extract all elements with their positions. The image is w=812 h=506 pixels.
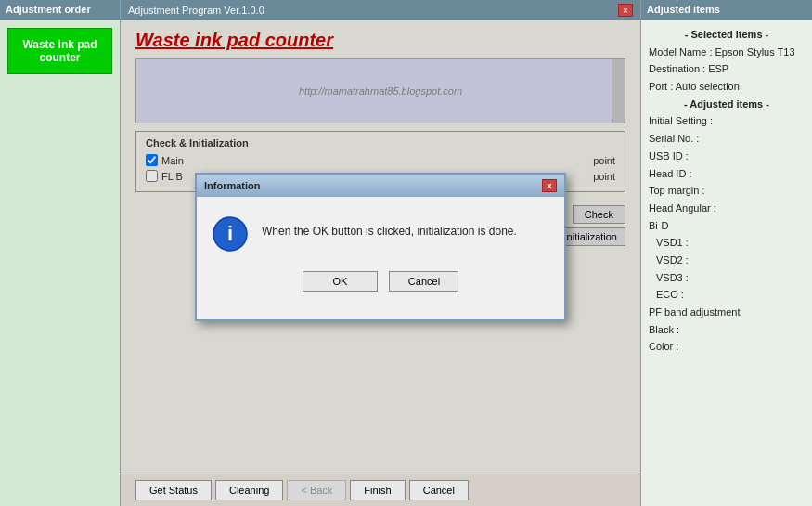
eco: ECO : xyxy=(649,286,805,304)
modal-info-icon: i xyxy=(212,215,249,253)
svg-text:i: i xyxy=(227,222,233,245)
selected-items-title: - Selected items - xyxy=(649,26,805,44)
serial-no: Serial No. : xyxy=(649,130,805,148)
right-panel-header: Adjusted items xyxy=(641,0,812,20)
adjusted-items-title: - Adjusted items - xyxy=(649,96,805,113)
head-id: Head ID : xyxy=(649,165,805,183)
top-margin: Top margin : xyxy=(649,182,805,200)
vsd2: VSD2 : xyxy=(649,252,805,269)
port: Port : Auto selection xyxy=(649,78,805,96)
bottom-bar: Get Status Cleaning < Back Finish Cancel xyxy=(121,474,640,506)
information-dialog: Information × i When the OK button is cl… xyxy=(195,173,566,321)
main-area: Adjustment Program Ver.1.0.0 × Waste ink… xyxy=(121,0,640,506)
modal-close-button[interactable]: × xyxy=(542,179,557,192)
sidebar-header: Adjustment order xyxy=(0,0,120,20)
modal-titlebar: Information × xyxy=(197,175,564,197)
modal-body: i When the OK button is clicked, initial… xyxy=(197,197,564,264)
modal-overlay: Information × i When the OK button is cl… xyxy=(121,20,640,474)
destination: Destination : ESP xyxy=(649,60,805,78)
app-title: Adjustment Program Ver.1.0.0 xyxy=(128,5,264,16)
modal-cancel-button[interactable]: Cancel xyxy=(389,271,458,292)
right-panel: Adjusted items - Selected items - Model … xyxy=(640,0,812,506)
finish-button[interactable]: Finish xyxy=(350,480,405,500)
model-name: Model Name : Epson Stylus T13 xyxy=(649,44,805,61)
get-status-button[interactable]: Get Status xyxy=(135,480,212,500)
vsd1: VSD1 : xyxy=(649,234,805,252)
back-button: < Back xyxy=(287,480,346,500)
cleaning-button[interactable]: Cleaning xyxy=(215,480,283,500)
main-titlebar: Adjustment Program Ver.1.0.0 × xyxy=(121,0,640,20)
sidebar-item-waste-ink[interactable]: Waste ink pad counter xyxy=(7,28,112,74)
modal-buttons: OK Cancel xyxy=(197,264,564,305)
black: Black : xyxy=(649,321,805,339)
color: Color : xyxy=(649,338,805,356)
main-close-button[interactable]: × xyxy=(618,4,633,17)
usb-id: USB ID : xyxy=(649,148,805,165)
vsd3: VSD3 : xyxy=(649,269,805,287)
modal-ok-button[interactable]: OK xyxy=(303,271,379,292)
cancel-button[interactable]: Cancel xyxy=(409,480,469,500)
adjustment-order-sidebar: Adjustment order Waste ink pad counter xyxy=(0,0,121,506)
head-angular: Head Angular : xyxy=(649,200,805,217)
main-content: Waste ink pad counter http://mamatrahmat… xyxy=(121,20,640,474)
initial-setting: Initial Setting : xyxy=(649,112,805,130)
pf-band: PF band adjustment xyxy=(649,304,805,321)
right-content: - Selected items - Model Name : Epson St… xyxy=(641,20,812,506)
bid: Bi-D xyxy=(649,217,805,235)
modal-title: Information xyxy=(204,180,261,191)
modal-message: When the OK button is clicked, initializ… xyxy=(262,215,517,240)
